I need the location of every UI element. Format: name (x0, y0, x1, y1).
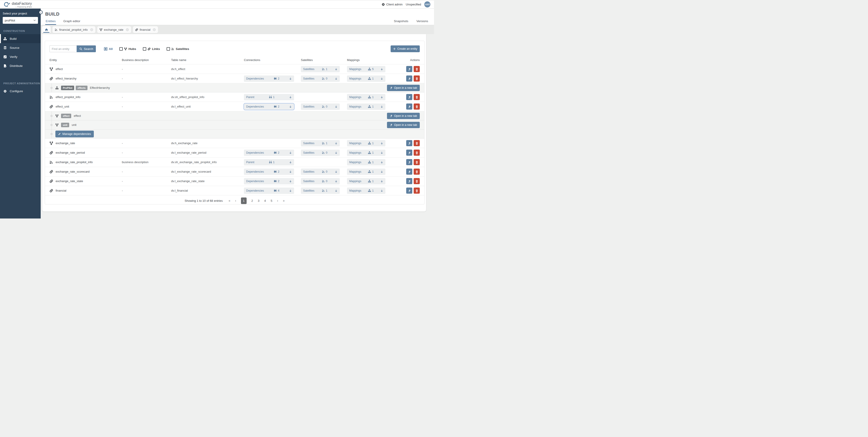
open-in-new-tab-button[interactable]: Open in a new tab (387, 85, 420, 91)
open-in-new-tab-button[interactable]: Open in a new tab (387, 122, 420, 128)
connections-chip[interactable]: Dependencies2 (244, 75, 294, 82)
filter-all[interactable]: All (104, 47, 113, 51)
search-button[interactable]: Search (76, 45, 96, 52)
connections-chip[interactable]: Parent1 (244, 94, 294, 100)
dependency-entity-name[interactable]: effect (74, 114, 81, 118)
entity-name[interactable]: exchange_rate_propilot_info (56, 160, 93, 164)
delete-entity-button[interactable] (414, 140, 420, 146)
open-entity-button[interactable] (406, 188, 412, 194)
open-entity-button[interactable] (406, 150, 412, 156)
entity-tab-financial[interactable]: financial (133, 26, 158, 33)
page-3[interactable]: 3 (258, 199, 259, 202)
filter-links[interactable]: Links (143, 47, 160, 51)
satellites-chip[interactable]: Satellites1 (301, 66, 340, 72)
entity-name[interactable]: effect_hierarchy (56, 77, 76, 80)
connections-chip[interactable]: Dependencies2 (244, 103, 294, 110)
satellites-chip[interactable]: Satellites1 (301, 140, 340, 147)
delete-entity-button[interactable] (414, 103, 420, 110)
open-entity-button[interactable] (406, 178, 412, 184)
sidebar-item-configure[interactable]: Configure (0, 87, 41, 96)
link-snapshots[interactable]: Snapshots (394, 20, 408, 25)
connections-chip[interactable]: Dependencies2 (244, 168, 294, 175)
satellites-chip[interactable]: Satellites0 (301, 168, 340, 175)
page-nav-arrow[interactable]: › (277, 199, 278, 202)
delete-entity-button[interactable] (414, 150, 420, 156)
filter-hubs[interactable]: Hubs (119, 47, 136, 51)
connections-chip[interactable]: Dependencies2 (244, 178, 294, 184)
entity-name[interactable]: exchange_rate (56, 142, 75, 145)
delete-entity-button[interactable] (414, 66, 420, 72)
page-nav-arrow[interactable]: ‹ (235, 199, 236, 202)
open-entity-button[interactable] (406, 75, 412, 82)
sidebar-collapse-button[interactable]: ‹ (39, 10, 43, 14)
sidebar-item-verify[interactable]: Verify (0, 52, 41, 61)
project-select[interactable]: proPilot (3, 17, 38, 24)
avatar[interactable]: ndefi (424, 1, 430, 7)
delete-entity-button[interactable] (414, 159, 420, 165)
entity-tab-financial-propilot-info[interactable]: financial_propilot_info (53, 26, 95, 33)
delete-entity-button[interactable] (414, 188, 420, 194)
mappings-chip[interactable]: Mappings1 (347, 150, 385, 156)
delete-entity-button[interactable] (414, 178, 420, 184)
page-nav-arrow[interactable]: » (283, 199, 285, 202)
sidebar-item-build[interactable]: Build (0, 34, 41, 43)
mappings-chip[interactable]: Mappings1 (347, 140, 385, 147)
connections-chip[interactable]: Dependencies4 (244, 188, 294, 194)
mappings-chip[interactable]: Mappings5 (347, 66, 385, 72)
mappings-chip[interactable]: Mappings1 (347, 188, 385, 194)
mappings-chip[interactable]: Mappings1 (347, 94, 385, 100)
tab-entities[interactable]: Entities (45, 19, 56, 25)
filter-satellites[interactable]: Satellites (166, 47, 189, 51)
link-versions[interactable]: Versions (416, 20, 428, 25)
entity-name[interactable]: financial (56, 189, 66, 192)
entity-name[interactable]: exchange_rate_scorecard (56, 170, 90, 173)
page-2[interactable]: 2 (251, 199, 253, 202)
mappings-chip[interactable]: Mappings1 (347, 178, 385, 184)
satellites-chip[interactable]: Satellites0 (301, 178, 340, 184)
entity-name[interactable]: exchange_rate_period (56, 151, 85, 154)
open-in-new-tab-button[interactable]: Open in a new tab (387, 113, 420, 119)
client-admin-menu[interactable]: Client admin (381, 3, 403, 6)
close-icon[interactable] (153, 28, 156, 31)
sidebar-item-distribute[interactable]: Distribute (0, 61, 41, 70)
open-entity-button[interactable] (406, 66, 412, 72)
search-input[interactable] (50, 45, 76, 52)
entity-name[interactable]: exchange_rate_state (56, 179, 83, 183)
connections-chip[interactable]: Parent1 (244, 159, 294, 165)
create-entity-button[interactable]: Create an entity (391, 45, 420, 52)
satellites-chip[interactable]: Satellites0 (301, 75, 340, 82)
page-nav-arrow[interactable]: « (228, 199, 230, 202)
tab-graph-editor[interactable]: Graph editor (63, 19, 81, 25)
delete-entity-button[interactable] (414, 168, 420, 175)
page-1[interactable]: 1 (241, 197, 247, 204)
entity-name[interactable]: effect (56, 67, 63, 71)
sidebar-item-source[interactable]: Source (0, 43, 41, 52)
close-icon[interactable] (90, 28, 93, 31)
mappings-chip[interactable]: Mappings1 (347, 159, 385, 165)
delete-entity-button[interactable] (414, 94, 420, 100)
entity-name[interactable]: effect_unit (56, 105, 69, 108)
entity-tab-exchange-rate[interactable]: exchange_rate (97, 26, 131, 33)
close-icon[interactable] (126, 28, 129, 31)
open-entity-button[interactable] (406, 168, 412, 175)
connections-chip[interactable]: Dependencies2 (244, 150, 294, 156)
page-5[interactable]: 5 (271, 199, 272, 202)
satellites-chip[interactable]: Satellites0 (301, 150, 340, 156)
manage-dependencies-button[interactable]: Manage dependencies (55, 131, 94, 137)
satellites-chip[interactable]: Satellites0 (301, 103, 340, 110)
mappings-chip[interactable]: Mappings1 (347, 168, 385, 175)
org-label[interactable]: Unspecified (406, 3, 421, 6)
home-tab[interactable] (42, 26, 51, 33)
open-entity-button[interactable] (406, 159, 412, 165)
dependency-entity-name[interactable]: unit (72, 123, 76, 127)
dependency-entity-name[interactable]: EffectHierarchy (90, 86, 110, 90)
page-4[interactable]: 4 (264, 199, 266, 202)
open-entity-button[interactable] (406, 94, 412, 100)
delete-entity-button[interactable] (414, 75, 420, 82)
mappings-chip[interactable]: Mappings1 (347, 103, 385, 110)
entity-name[interactable]: effect_propilot_info (56, 95, 81, 99)
open-entity-button[interactable] (406, 140, 412, 146)
mappings-chip[interactable]: Mappings1 (347, 75, 385, 82)
open-entity-button[interactable] (406, 103, 412, 110)
satellites-chip[interactable]: Satellites1 (301, 188, 340, 194)
